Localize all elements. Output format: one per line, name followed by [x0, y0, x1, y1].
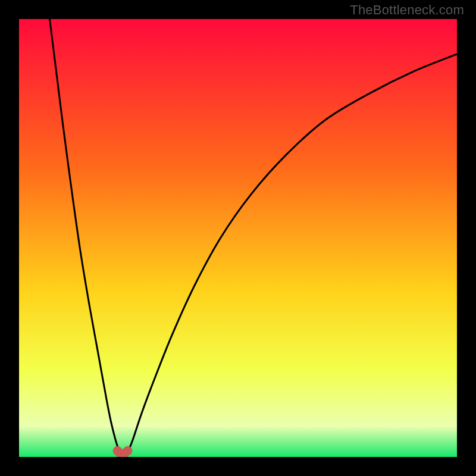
chart-svg [19, 19, 457, 457]
watermark-text: TheBottleneck.com [350, 2, 464, 18]
gradient-background [19, 19, 457, 457]
minimum-marker-dot [123, 446, 132, 455]
outer-frame: TheBottleneck.com [0, 0, 476, 476]
chart-plot-area [19, 19, 457, 457]
